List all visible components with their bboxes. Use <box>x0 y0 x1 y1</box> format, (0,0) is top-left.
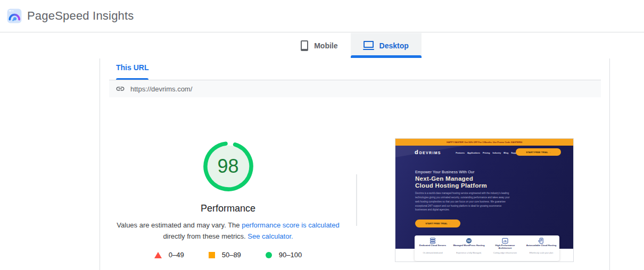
wordpress-icon <box>451 237 487 244</box>
tab-mobile[interactable]: Mobile <box>288 33 350 58</box>
site-hero-title-line2: Cloud Hosting Platform <box>415 182 487 189</box>
link-icon <box>115 84 125 94</box>
site-hero-paragraph: Devrims is a world-class managed hosting… <box>415 191 511 212</box>
laptop-icon <box>364 41 374 48</box>
site-features-card: Dedicated Cloud Servers On-demand dedica… <box>415 235 559 261</box>
site-hero-section: d DEVRIMS Features Applications Pricing … <box>395 146 573 249</box>
disclaimer-text-2: directly from these metrics. <box>163 232 247 240</box>
feature-high-performance: High-Performance Architecture Cutting-ed… <box>487 235 523 261</box>
devrims-logo: d DEVRIMS <box>415 149 441 155</box>
site-hero-title: Next-Gen Managed Cloud Hosting Platform <box>415 175 487 189</box>
feature-wordpress-hosting: Managed WordPress Hosting Experience a f… <box>451 235 487 261</box>
performance-gauge-area: 98 <box>100 141 356 192</box>
score-legend: 0–49 50–89 90–100 <box>100 251 356 259</box>
performance-gauge[interactable]: 98 <box>203 141 254 192</box>
site-header-cta-label: START FREE TRIAL → <box>526 151 551 154</box>
see-calculator-link[interactable]: See calculator. <box>247 232 293 240</box>
site-nav-pricing: Pricing <box>483 151 490 154</box>
app-header: PageSpeed Insights <box>0 0 644 32</box>
red-triangle-icon <box>154 252 162 258</box>
site-hero-title-line1: Next-Gen Managed <box>415 175 487 182</box>
feature-desc: On-demand dedicated <box>416 251 450 254</box>
devrims-logo-icon: d <box>415 149 418 155</box>
disclaimer-text-1: Values are estimated and may vary. The <box>117 221 242 229</box>
legend-item-average: 50–89 <box>209 251 241 259</box>
performance-score: 98 <box>203 141 254 192</box>
vertical-divider <box>356 174 357 226</box>
tab-this-url-label: This URL <box>116 63 148 72</box>
feature-title: Managed WordPress Hosting <box>453 244 485 247</box>
pagespeed-logo-icon[interactable] <box>7 9 22 23</box>
score-disclaimer: Values are estimated and may vary. The p… <box>105 220 351 242</box>
legend-item-fail: 0–49 <box>154 251 184 259</box>
autoscale-server-icon <box>523 237 559 244</box>
speedometer-icon <box>487 237 523 244</box>
site-header-cta-button: START FREE TRIAL → <box>516 148 561 156</box>
site-nav-applications: Applications <box>467 151 480 154</box>
legend-average-range: 50–89 <box>222 251 241 259</box>
server-icon <box>415 237 451 244</box>
site-screenshot-thumbnail[interactable]: HAPPY EASTER! Get 50% OFF For 3 Months. … <box>395 138 574 262</box>
devrims-logo-text: DEVRIMS <box>419 151 441 155</box>
site-hero-cta-button: START FREE TRIAL → <box>415 220 460 227</box>
feature-title: Autoscalable Cloud Hosting <box>525 244 557 247</box>
site-nav-features: Features <box>456 151 465 154</box>
site-nav-industry: Industry <box>493 151 501 154</box>
feature-desc: Effortlessly scale your plan <box>524 251 559 254</box>
site-promo-text: HAPPY EASTER! Get 50% OFF For 3 Months. … <box>447 141 522 144</box>
feature-desc: Cutting-edge infrastructure <box>488 251 523 254</box>
green-circle-icon <box>266 252 272 258</box>
tab-this-url[interactable]: This URL <box>116 63 148 80</box>
feature-dedicated-servers: Dedicated Cloud Servers On-demand dedica… <box>415 235 451 261</box>
feature-autoscalable-hosting: Autoscalable Cloud Hosting Effortlessly … <box>523 235 559 261</box>
score-calculation-link[interactable]: performance score is calculated <box>242 221 340 229</box>
site-promo-banner: HAPPY EASTER! Get 50% OFF For 3 Months. … <box>395 139 573 146</box>
tab-mobile-label: Mobile <box>314 41 337 50</box>
legend-item-pass: 90–100 <box>266 251 302 259</box>
orange-square-icon <box>209 252 215 258</box>
pagespeed-insights-app: PageSpeed Insights Mobile Desktop This U… <box>0 0 644 270</box>
site-hero-cta-label: START FREE TRIAL → <box>425 222 450 225</box>
performance-label: Performance <box>100 203 356 214</box>
analyzed-url: https://devrims.com/ <box>130 85 192 93</box>
analyzed-url-bar: https://devrims.com/ <box>109 80 601 97</box>
feature-desc: Experience a fully Managed, <box>452 251 486 254</box>
site-nav-blog: Blog <box>504 151 509 154</box>
analysis-panel: This URL https://devrims.com/ 98 Perform… <box>100 58 610 270</box>
page-title[interactable]: PageSpeed Insights <box>27 9 134 23</box>
feature-title: Dedicated Cloud Servers <box>417 244 449 247</box>
phone-icon <box>301 40 308 51</box>
device-tab-bar: Mobile Desktop <box>100 33 610 58</box>
legend-pass-range: 90–100 <box>279 251 302 259</box>
tab-desktop-label: Desktop <box>379 41 409 50</box>
legend-fail-range: 0–49 <box>169 251 184 259</box>
tab-desktop[interactable]: Desktop <box>351 33 422 58</box>
feature-title: High-Performance Architecture <box>489 244 521 249</box>
site-hero-eyebrow: Empower Your Business With Our <box>415 170 474 174</box>
